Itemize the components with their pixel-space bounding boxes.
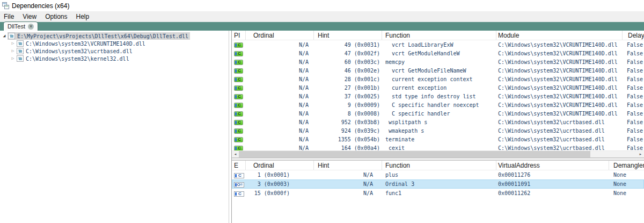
import-row[interactable]: C N/A 27 (0x001b) __current_exception C:… — [232, 83, 644, 92]
import-hint: 47 (0x002f) — [314, 51, 382, 56]
import-row[interactable]: C N/A 8 (0x0008) __C_specific_handler C:… — [232, 109, 644, 118]
export-row[interactable]: O≡ 3 (0x0003) N/A Ordinal_3 0x00011091 N… — [232, 179, 644, 189]
import-row[interactable]: C N/A 164 (0x00a4) _cexit C:\Windows\sys… — [232, 143, 644, 150]
imports-col-hint[interactable]: Hint — [314, 31, 382, 40]
tab-dlltest[interactable]: DllTest × — [4, 22, 38, 31]
import-ordinal: N/A — [246, 128, 314, 134]
exports-col-hint[interactable]: Hint — [314, 161, 382, 170]
import-ordinal: N/A — [246, 51, 314, 56]
import-function: __C_specific_handler_noexcept — [382, 102, 496, 108]
import-row[interactable]: C N/A 47 (0x002f) __vcrt_GetModuleHandle… — [232, 49, 644, 57]
scrollbar-thumb[interactable] — [239, 151, 590, 157]
export-row[interactable]: C 15 (0x000f) N/A func1 0x00011262 None — [232, 189, 644, 198]
import-module: C:\Windows\system32\VCRUNTIME140D.dll — [496, 59, 623, 65]
import-hint: 924 (0x039c) — [314, 128, 382, 134]
export-row[interactable]: C 1 (0x0001) N/A plus 0x00011276 None — [232, 170, 644, 179]
export-ordinal: 15 (0x000f) — [246, 190, 314, 196]
tree-child-item[interactable]: ▷ C:\Windows\system32\VCRUNTIME140D.dll — [0, 40, 229, 47]
c-import-icon: C — [234, 77, 243, 82]
scroll-right-icon[interactable]: ► — [637, 151, 644, 157]
menu-item[interactable]: File — [0, 11, 18, 21]
module-icon — [17, 55, 24, 62]
import-hint: 1355 (0x054b) — [314, 136, 382, 142]
exports-panel: E Ordinal Hint Function VirtualAddress D… — [232, 161, 644, 223]
exports-list: C 1 (0x0001) N/A plus 0x00011276 None O≡… — [232, 170, 644, 198]
imports-col-function[interactable]: Function — [382, 31, 496, 40]
export-hint: N/A — [314, 181, 382, 187]
imports-col-delayed[interactable]: Delaye — [623, 31, 644, 40]
import-ordinal: N/A — [246, 136, 314, 142]
import-row[interactable]: C N/A 952 (0x03b8) _wsplitpath_s C:\Wind… — [232, 118, 644, 126]
scrollbar-track[interactable] — [590, 151, 637, 157]
exports-col-virtualaddress[interactable]: VirtualAddress — [496, 161, 609, 170]
tree-root-selection: E:\MyProject\vsProjects\DllTest\x64\Debu… — [8, 32, 190, 40]
import-row[interactable]: C N/A 49 (0x0031) __vcrt_LoadLibraryExW … — [232, 40, 644, 49]
exports-col-e[interactable]: E — [232, 161, 246, 170]
expander-expanded-icon[interactable]: ◢ — [1, 32, 8, 40]
import-ordinal: N/A — [246, 119, 314, 125]
import-function: __C_specific_handler — [382, 111, 496, 117]
app-icon — [2, 2, 9, 9]
import-function: __vcrt_GetModuleFileNameW — [382, 68, 496, 74]
scroll-left-icon[interactable]: ◄ — [232, 151, 239, 157]
import-hint: 49 (0x0031) — [314, 42, 382, 48]
right-panels: PI Ordinal Hint Function Module Delaye C… — [231, 31, 644, 223]
c-import-icon: C — [234, 85, 243, 91]
import-delayed: False — [623, 51, 644, 56]
c-import-icon: C — [234, 68, 243, 74]
import-hint: 60 (0x003c) — [314, 59, 382, 65]
tree-child-item[interactable]: ▷ C:\Windows\system32\ucrtbased.dll — [0, 47, 229, 55]
tab-close-icon[interactable]: × — [28, 24, 34, 30]
import-hint: 28 (0x001c) — [314, 76, 382, 82]
menu-item[interactable]: Help — [72, 11, 94, 21]
export-virtualaddress: 0x00011262 — [496, 190, 609, 196]
import-ordinal: N/A — [246, 111, 314, 117]
import-delayed: False — [623, 85, 644, 91]
expander-collapsed-icon[interactable]: ▷ — [10, 47, 16, 55]
import-function: __current_exception — [382, 85, 496, 91]
imports-col-ordinal[interactable]: Ordinal — [246, 31, 314, 40]
import-row[interactable]: C N/A 60 (0x003c) memcpy C:\Windows\syst… — [232, 57, 644, 66]
export-ordinal: 1 (0x0001) — [246, 172, 314, 178]
export-hint: N/A — [314, 172, 382, 178]
exports-col-function[interactable]: Function — [382, 161, 496, 170]
expander-collapsed-icon[interactable]: ▷ — [10, 40, 16, 47]
import-row[interactable]: C N/A 46 (0x002e) __vcrt_GetModuleFileNa… — [232, 66, 644, 75]
exports-col-demangler[interactable]: Demangler — [609, 161, 644, 170]
expander-collapsed-icon[interactable]: ▷ — [10, 55, 16, 62]
import-hint: 952 (0x03b8) — [314, 119, 382, 125]
import-function: _cexit — [382, 145, 496, 151]
imports-col-pi[interactable]: PI — [232, 31, 246, 40]
menu-item[interactable]: View — [18, 11, 41, 21]
import-module: C:\Windows\system32\ucrtbased.dll — [496, 119, 623, 125]
import-hint: 27 (0x001b) — [314, 85, 382, 91]
menu-item[interactable]: Options — [41, 11, 71, 21]
import-delayed: False — [623, 68, 644, 74]
import-delayed: False — [623, 42, 644, 48]
import-row[interactable]: C N/A 37 (0x0025) __std_type_info_destro… — [232, 92, 644, 100]
import-hint: 37 (0x0025) — [314, 93, 382, 99]
imports-list: C N/A 49 (0x0031) __vcrt_LoadLibraryExW … — [232, 40, 644, 150]
tree-child-path: C:\Windows\system32\kernel32.dll — [26, 56, 129, 62]
import-row[interactable]: C N/A 924 (0x039c) _wmakepath_s C:\Windo… — [232, 126, 644, 135]
import-row[interactable]: C N/A 28 (0x001c) __current_exception_co… — [232, 75, 644, 83]
tree-child-item[interactable]: ▷ C:\Windows\system32\kernel32.dll — [0, 55, 229, 62]
c-import-icon: C — [234, 111, 243, 117]
exports-header: E Ordinal Hint Function VirtualAddress D… — [232, 161, 644, 170]
import-row[interactable]: C N/A 9 (0x0009) __C_specific_handler_no… — [232, 100, 644, 109]
tab-label: DllTest — [8, 23, 25, 30]
import-row[interactable]: C N/A 1355 (0x054b) terminate C:\Windows… — [232, 135, 644, 143]
imports-col-module[interactable]: Module — [496, 31, 623, 40]
dependencies-window: Dependencies (x64) File View Options Hel… — [0, 0, 644, 223]
c-import-icon: C — [234, 51, 243, 56]
export-function-icon: C — [234, 191, 244, 197]
export-function: Ordinal_3 — [382, 181, 496, 187]
main-area: ◢ E:\MyProject\vsProjects\DllTest\x64\De… — [0, 31, 644, 223]
exports-col-ordinal[interactable]: Ordinal — [246, 161, 314, 170]
window-title: Dependencies (x64) — [12, 2, 69, 10]
tree-root-item[interactable]: ◢ E:\MyProject\vsProjects\DllTest\x64\De… — [0, 32, 229, 40]
import-delayed: False — [623, 93, 644, 99]
import-ordinal: N/A — [246, 59, 314, 65]
export-function: plus — [382, 172, 496, 178]
export-demangler: None — [609, 172, 644, 178]
